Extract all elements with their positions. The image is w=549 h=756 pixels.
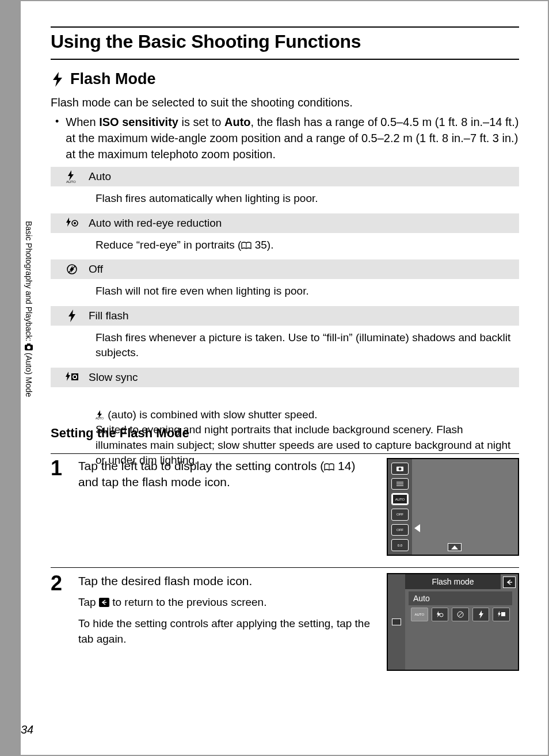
back-icon bbox=[99, 598, 109, 607]
step-2-para-2: To hide the setting controls after apply… bbox=[78, 616, 376, 647]
flash-mode-icon-row: AUTO bbox=[411, 608, 510, 621]
panel-macro-off-icon[interactable]: OFF bbox=[391, 524, 409, 536]
panel-flash-auto-icon[interactable]: AUTO bbox=[391, 493, 409, 505]
panel-menu-icon[interactable] bbox=[391, 478, 409, 490]
flash-off-option[interactable] bbox=[452, 608, 469, 621]
svg-point-15 bbox=[399, 468, 402, 471]
svg-point-2 bbox=[27, 346, 30, 349]
book-ref-icon bbox=[241, 242, 251, 250]
svg-point-20 bbox=[440, 613, 443, 617]
camera-icon bbox=[25, 343, 33, 350]
svg-rect-1 bbox=[27, 343, 30, 345]
panel-camera-icon[interactable] bbox=[391, 463, 409, 475]
mode-desc: Flash fires whenever a picture is taken.… bbox=[51, 326, 519, 368]
step-number: 1 bbox=[51, 458, 68, 556]
flash-auto-inline-icon: AUTO bbox=[96, 410, 105, 419]
mode-desc: Reduce “red-eye” in portraits ( 35). bbox=[51, 233, 519, 260]
flash-fill-option[interactable] bbox=[472, 608, 490, 621]
step-rule bbox=[51, 453, 519, 454]
setting-flash-mode-heading: Setting the Flash Mode bbox=[51, 426, 189, 441]
mode-name: Auto bbox=[89, 170, 111, 183]
flash-bolt-icon bbox=[51, 72, 64, 86]
step-2-main: Tap the desired flash mode icon. bbox=[78, 573, 376, 589]
mode-desc: Flash fires automatically when lighting … bbox=[51, 186, 519, 213]
svg-text:AUTO: AUTO bbox=[66, 180, 76, 183]
page-number: 34 bbox=[21, 723, 33, 736]
svg-line-22 bbox=[458, 612, 463, 617]
step-2: 2 Tap the desired flash mode icon. Tap t… bbox=[51, 573, 519, 671]
side-tab-prefix: Basic Photography and Playback: bbox=[24, 221, 33, 341]
mode-name: Slow sync bbox=[89, 371, 138, 384]
step-2-para-1: Tap to return to the previous screen. bbox=[78, 595, 376, 610]
left-margin-band bbox=[1, 1, 21, 756]
bullet-dot: • bbox=[51, 114, 59, 162]
step-number: 2 bbox=[51, 573, 68, 671]
intro-paragraph: Flash mode can be selected to suit the s… bbox=[51, 94, 519, 110]
mode-row-fill: Fill flash bbox=[51, 306, 519, 326]
step-rule bbox=[51, 567, 519, 568]
collapse-tab[interactable] bbox=[388, 574, 405, 670]
flash-fill-icon bbox=[55, 310, 89, 322]
svg-text:AUTO: AUTO bbox=[96, 417, 104, 419]
panel-ev-icon[interactable]: 0.0 bbox=[391, 539, 409, 551]
side-tab-suffix: (Auto) Mode bbox=[24, 353, 33, 397]
step-1: 1 Tap the left tab to display the settin… bbox=[51, 458, 519, 556]
mode-desc: Flash will not fire even when lighting i… bbox=[51, 279, 519, 306]
collapse-arrow-icon[interactable] bbox=[414, 524, 420, 532]
flash-auto-option[interactable]: AUTO bbox=[411, 608, 428, 621]
step-1-text: Tap the left tab to display the setting … bbox=[78, 458, 376, 491]
mode-row-auto: AUTO Auto bbox=[51, 167, 519, 186]
svg-rect-11 bbox=[74, 376, 76, 378]
step-2-screenshot: Flash mode Auto AUTO bbox=[387, 573, 519, 671]
selected-mode-label: Auto bbox=[409, 591, 512, 605]
book-ref-icon bbox=[324, 463, 334, 471]
panel-timer-off-icon[interactable]: OFF bbox=[391, 509, 409, 521]
mode-name: Auto with red-eye reduction bbox=[89, 217, 222, 230]
step-1-screenshot: AUTO OFF OFF 0.0 bbox=[387, 458, 519, 556]
bullet-item: • When ISO sensitivity is set to Auto, t… bbox=[51, 114, 519, 162]
flash-slowsync-option[interactable] bbox=[493, 608, 510, 621]
mode-name: Fill flash bbox=[89, 310, 129, 322]
chapter-title: Using the Basic Shooting Functions bbox=[51, 31, 361, 52]
flash-mode-title: Flash mode bbox=[405, 574, 501, 589]
flash-slowsync-icon bbox=[55, 372, 89, 383]
section-title: Flash Mode bbox=[70, 70, 156, 88]
flash-redeye-option[interactable] bbox=[432, 608, 449, 621]
bullet-text: When ISO sensitivity is set to Auto, the… bbox=[66, 114, 519, 162]
svg-rect-23 bbox=[501, 612, 505, 616]
expand-up-icon[interactable] bbox=[448, 543, 462, 551]
mode-row-slowsync: Slow sync bbox=[51, 368, 519, 387]
settings-panel: AUTO OFF OFF 0.0 bbox=[388, 459, 412, 555]
flash-off-icon bbox=[55, 264, 89, 275]
side-tab: Basic Photography and Playback: (Auto) M… bbox=[21, 216, 37, 402]
mode-row-redeye: Auto with red-eye reduction bbox=[51, 213, 519, 233]
chapter-rule-bottom bbox=[51, 59, 519, 60]
chapter-rule-top bbox=[51, 26, 519, 28]
back-button[interactable] bbox=[503, 576, 516, 588]
svg-point-5 bbox=[74, 222, 76, 224]
mode-row-off: Off bbox=[51, 259, 519, 279]
flash-auto-icon: AUTO bbox=[55, 170, 89, 183]
flash-redeye-icon bbox=[55, 217, 89, 229]
mode-name: Off bbox=[89, 263, 103, 276]
